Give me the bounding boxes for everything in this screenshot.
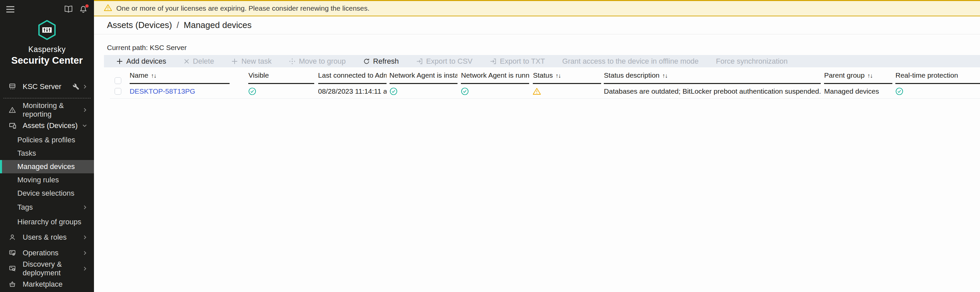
table-row: DESKTOP-58T13PG 08/28/2023 11:14:11 am D… [110,84,980,99]
sidebar-top-bar [0,0,94,18]
discovery-icon [9,265,21,272]
sort-icon[interactable]: ↑↓ [151,72,156,79]
breadcrumb-assets-devices[interactable]: Assets (Devices) [107,20,172,30]
kaspersky-hexagon-icon [37,20,57,40]
sidebar-nav: KSC Server Monitoring & reporting Assets… [0,79,94,292]
new-task-button[interactable]: New task [231,57,271,65]
server-icon [9,83,21,90]
chevron-right-icon [83,251,87,256]
sidebar-item-hierarchy-of-groups[interactable]: Hierarchy of groups [0,215,94,229]
sidebar-item-monitoring-reporting[interactable]: Monitoring & reporting [0,102,94,118]
column-header-status[interactable]: Status ↑↓ [533,71,601,84]
parent-group-cell: Managed devices [824,87,892,95]
sidebar-item-label: Discovery & deployment [21,260,83,277]
toolbar: Add devices Delete New task Move to grou… [104,55,980,67]
chevron-down-icon [82,123,87,128]
column-header-last-connected[interactable]: Last connected to Admini… >> ↑ [318,71,387,84]
sidebar-item-label: Monitoring & reporting [21,101,83,119]
select-all-cell [110,77,130,84]
column-header-network-agent-running[interactable]: Network Agent is running [461,71,529,84]
sort-icon[interactable]: ↑↓ [555,72,561,79]
move-to-group-button[interactable]: Move to group [289,57,346,65]
export-to-csv-button[interactable]: Export to CSV [416,57,473,65]
export-to-txt-button[interactable]: Export to TXT [490,57,545,65]
sidebar-item-marketplace[interactable]: Marketplace [0,276,94,292]
last-connected-cell: 08/28/2023 11:14:11 am [318,87,387,95]
notification-dot [85,4,89,8]
current-path-label: Current path: KSC Server [107,44,980,52]
device-link[interactable]: DESKTOP-58T13PG [130,87,195,95]
chevron-right-icon [83,235,87,240]
sidebar-item-tasks[interactable]: Tasks [0,147,94,160]
chevron-right-icon [83,107,87,113]
devices-table: Name ↑↓ Visible Last connected to Admini… [110,71,980,99]
column-header-network-agent-installed[interactable]: Network Agent is installed [390,71,458,84]
column-header-name[interactable]: Name ↑↓ [130,71,230,84]
check-circle-icon [896,87,904,95]
breadcrumb-separator: / [177,20,179,30]
sidebar-item-label: Moving rules [18,176,87,184]
add-devices-button[interactable]: Add devices [116,57,166,65]
sort-icon[interactable]: ↑↓ [662,72,667,79]
force-synchronization-button[interactable]: Force synchronization [716,57,788,65]
refresh-icon [363,58,370,65]
column-header-visible[interactable]: Visible [248,71,314,84]
sidebar-item-label: Managed devices [18,162,87,171]
sidebar-item-ksc-server[interactable]: KSC Server [0,79,94,94]
row-select-cell [110,88,130,95]
user-icon [9,234,21,241]
sidebar-item-device-selections[interactable]: Device selections [0,187,94,200]
check-circle-icon [461,87,469,95]
sidebar-item-tags[interactable]: Tags [0,200,94,215]
device-name-cell: DESKTOP-58T13PG [130,87,230,95]
sidebar-item-label: Device selections [18,189,87,198]
network-agent-running-cell [461,87,529,95]
operations-icon [9,249,21,257]
breadcrumb-managed-devices: Managed devices [184,20,251,30]
wrench-settings-icon[interactable] [73,83,83,90]
column-header-parent-group[interactable]: Parent group ↑↓ [824,71,892,84]
sidebar: Kaspersky Security Center KSC Server Mon… [0,0,94,292]
grant-offline-access-button[interactable]: Grant access to the device in offline mo… [562,57,698,65]
table-header-row: Name ↑↓ Visible Last connected to Admini… [110,71,980,84]
real-time-protection-cell [896,87,980,95]
sort-icon[interactable]: ↑↓ [867,72,873,79]
sidebar-item-managed-devices[interactable]: Managed devices [0,160,94,173]
column-header-real-time-protection[interactable]: Real-time protection [896,71,980,84]
x-icon [184,58,189,64]
check-circle-icon [248,87,256,95]
sidebar-item-users-roles[interactable]: Users & roles [0,229,94,245]
sidebar-item-policies-profiles[interactable]: Policies & profiles [0,133,94,147]
main-content: One or more of your licenses are expirin… [94,0,980,292]
move-icon [289,58,296,65]
banner-message: One or more of your licenses are expirin… [116,4,369,12]
sidebar-item-operations[interactable]: Operations [0,245,94,261]
status-cell [533,88,601,95]
sidebar-item-assets-devices[interactable]: Assets (Devices) [0,118,94,133]
select-all-checkbox[interactable] [115,77,121,84]
check-circle-icon [390,87,398,95]
sidebar-divider [3,98,91,98]
sidebar-item-discovery-deployment[interactable]: Discovery & deployment [0,261,94,276]
hamburger-menu-icon[interactable] [6,6,15,13]
visible-cell [248,87,314,95]
license-warning-banner: One or more of your licenses are expirin… [94,0,980,16]
brand-product: Security Center [0,55,94,66]
devices-icon [9,122,21,129]
sidebar-item-label: Hierarchy of groups [18,218,87,227]
sidebar-item-label: Tags [18,203,83,212]
notifications-bell-icon[interactable] [79,5,87,13]
row-checkbox[interactable] [115,88,121,95]
sidebar-item-label: Policies & profiles [18,136,87,144]
network-agent-installed-cell [390,87,458,95]
sidebar-item-moving-rules[interactable]: Moving rules [0,173,94,187]
plus-icon [231,58,238,65]
column-header-status-description[interactable]: Status description ↑↓ [604,71,821,84]
export-icon [490,58,496,65]
sidebar-item-label: Assets (Devices) [21,121,82,130]
documentation-book-icon[interactable] [64,6,73,13]
export-icon [416,58,423,65]
refresh-button[interactable]: Refresh [363,57,399,65]
breadcrumb: Assets (Devices) / Managed devices [94,16,980,34]
delete-button[interactable]: Delete [184,57,214,65]
